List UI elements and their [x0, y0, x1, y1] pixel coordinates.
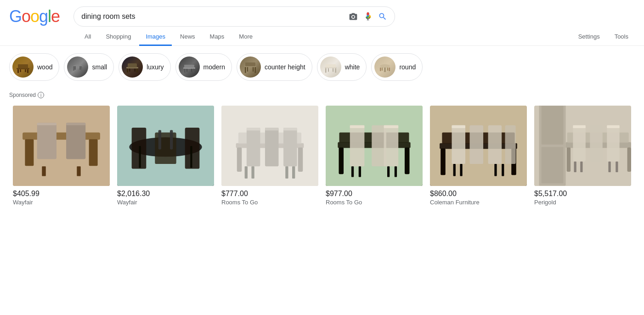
product-card-0[interactable]: $405.99 Wayfair [9, 106, 113, 206]
nav-item-settings[interactable]: Settings [572, 28, 606, 46]
svg-rect-21 [193, 69, 194, 73]
search-icon [378, 12, 387, 21]
svg-rect-58 [158, 130, 161, 149]
product-price-2: $777.00 [221, 190, 318, 198]
logo-letter-o2: o [30, 7, 39, 26]
filter-chip-white[interactable]: white [317, 53, 367, 81]
svg-rect-22 [186, 69, 187, 72]
svg-rect-3 [17, 69, 19, 73]
chip-thumb-luxury [122, 56, 143, 78]
product-seller-0: Wayfair [13, 199, 110, 206]
svg-rect-70 [265, 128, 279, 130]
svg-rect-49 [66, 123, 85, 125]
svg-rect-31 [326, 64, 336, 68]
product-card-2[interactable]: $777.00 Rooms To Go [218, 106, 322, 206]
chip-thumb-white [320, 56, 341, 78]
microphone-icon [363, 12, 373, 21]
nav-item-all[interactable]: All [78, 28, 97, 46]
nav-item-images[interactable]: Images [139, 28, 172, 46]
svg-rect-20 [184, 69, 186, 73]
svg-rect-60 [139, 146, 141, 168]
svg-rect-13 [128, 63, 137, 68]
svg-rect-66 [298, 147, 303, 172]
nav-item-tools[interactable]: Tools [608, 28, 635, 46]
svg-rect-59 [170, 130, 173, 149]
nav-item-more[interactable]: More [232, 28, 259, 46]
svg-rect-107 [542, 106, 563, 144]
svg-rect-14 [127, 68, 128, 73]
chip-thumb-modern [179, 56, 200, 78]
svg-rect-68 [247, 128, 260, 130]
chip-label-round: round [399, 63, 416, 71]
svg-rect-9 [81, 66, 82, 71]
svg-rect-40 [382, 68, 383, 71]
svg-rect-115 [590, 125, 602, 162]
nav-item-news[interactable]: News [174, 28, 202, 46]
product-image-4 [430, 106, 527, 186]
product-card-5[interactable]: $5,517.00 Perigold [531, 106, 635, 206]
svg-rect-8 [73, 66, 74, 71]
svg-rect-41 [387, 68, 388, 71]
search-submit-button[interactable] [378, 12, 387, 21]
product-card-3[interactable]: $977.00 Rooms To Go [322, 106, 426, 206]
nav-right: Settings Tools [572, 28, 635, 45]
svg-rect-120 [608, 162, 610, 172]
nav-left: All Shopping Images News Maps More [78, 28, 259, 45]
svg-rect-71 [283, 128, 297, 166]
google-logo[interactable]: Google [9, 7, 60, 26]
product-card-4[interactable]: $860.00 Coleman Furniture [426, 106, 531, 206]
product-price-4: $860.00 [430, 190, 527, 198]
chip-thumb-small [67, 56, 88, 78]
chip-label-luxury: luxury [147, 63, 164, 71]
svg-rect-50 [42, 166, 45, 176]
svg-rect-117 [607, 125, 619, 128]
voice-search-button[interactable] [363, 12, 373, 21]
filter-chip-small[interactable]: small [64, 53, 114, 81]
svg-rect-27 [254, 67, 256, 73]
search-icons [349, 12, 387, 21]
filter-chip-counter-height[interactable]: counter height [237, 53, 312, 81]
filter-chip-wood[interactable]: wood [9, 53, 59, 81]
camera-search-button[interactable] [349, 12, 358, 21]
svg-rect-116 [607, 125, 619, 162]
product-seller-5: Perigold [534, 199, 631, 206]
product-price-5: $5,517.00 [534, 190, 631, 198]
logo-letter-g2: g [39, 7, 48, 26]
svg-rect-15 [136, 68, 138, 73]
svg-rect-99 [488, 125, 502, 164]
svg-rect-29 [253, 67, 254, 72]
svg-rect-121 [616, 162, 618, 172]
chip-label-counter-height: counter height [265, 63, 305, 71]
svg-rect-5 [20, 69, 21, 72]
svg-rect-57 [155, 132, 176, 164]
product-card-1[interactable]: $2,016.30 Wayfair [113, 106, 218, 206]
svg-rect-83 [350, 125, 365, 128]
chip-thumb-counter [240, 56, 261, 78]
nav-item-shopping[interactable]: Shopping [99, 28, 137, 46]
svg-rect-98 [470, 125, 484, 164]
svg-rect-6 [25, 69, 26, 72]
filter-chip-modern[interactable]: modern [175, 53, 232, 81]
svg-rect-16 [129, 68, 130, 72]
chip-label-small: small [92, 63, 107, 71]
svg-rect-100 [505, 125, 516, 164]
svg-rect-43 [23, 132, 100, 140]
svg-rect-108 [542, 147, 563, 183]
svg-point-0 [352, 16, 355, 18]
filter-chip-round[interactable]: round [371, 53, 423, 81]
filter-chip-luxury[interactable]: luxury [119, 53, 170, 81]
product-grid: $405.99 Wayfair $2,016.30 Wayfair [0, 102, 644, 215]
svg-rect-23 [191, 69, 192, 72]
sponsored-info-icon[interactable]: i [38, 92, 44, 98]
nav-item-maps[interactable]: Maps [203, 28, 231, 46]
svg-rect-119 [580, 162, 582, 172]
svg-rect-17 [135, 68, 136, 72]
svg-rect-81 [405, 147, 410, 174]
svg-rect-28 [247, 67, 248, 72]
svg-rect-85 [384, 125, 399, 167]
svg-rect-37 [384, 68, 386, 72]
svg-rect-46 [37, 123, 56, 159]
svg-rect-47 [37, 123, 56, 125]
product-seller-3: Rooms To Go [326, 199, 423, 206]
search-input[interactable] [81, 12, 349, 21]
